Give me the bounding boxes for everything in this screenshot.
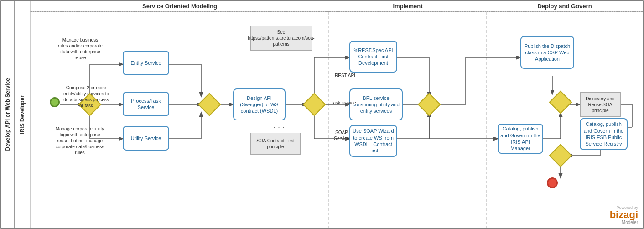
design-api-box: Design API (Swagger) or WS contract (WSD… xyxy=(233,88,286,120)
soap-wizard-box: Use SOAP Wizard to create WS from WSDL -… xyxy=(349,125,397,157)
rest-spec-box: %REST.Spec API Contract First Developmen… xyxy=(349,41,397,73)
start-event xyxy=(50,97,60,107)
gateway-3 xyxy=(306,96,322,113)
entity-service-box: Entity Service xyxy=(123,51,169,75)
catalog-esb-box: Catalog, publish and Govern in the IRIS … xyxy=(580,118,628,150)
watermark: Powered by bizagi Modeler xyxy=(610,205,638,225)
label-rest-api: REST API xyxy=(332,73,358,78)
label-soap-service: SOAP Service xyxy=(328,130,355,141)
discovery-reuse-box: Discovery and Reuse SOA principle xyxy=(580,92,621,117)
arrows-svg xyxy=(0,0,644,229)
bpl-service-box: BPL service consuming utility and entity… xyxy=(349,88,403,120)
diagram-container: Develop API or Web Service IRIS Develope… xyxy=(0,0,644,229)
svg-rect-0 xyxy=(1,1,643,228)
catalog-iris-api-box: Catalog, publish and Govern in the IRIS … xyxy=(498,124,543,154)
label-manage-utility: Manage corporate utility logic with ente… xyxy=(53,126,107,156)
gateway-4 xyxy=(421,96,437,113)
lane-iris-developer: IRIS Developer xyxy=(15,1,30,228)
label-compose: Compose 2 or more entity/utility service… xyxy=(61,85,111,109)
end-event xyxy=(547,177,558,188)
gateway-2 xyxy=(201,96,218,113)
process-task-service-box: Process/Task Service xyxy=(123,92,169,116)
label-task-service: Task service xyxy=(330,100,357,106)
ellipsis: · · · xyxy=(273,123,285,132)
gateway-6 xyxy=(552,147,569,164)
phase-header-modeling: Service Oriented Modeling xyxy=(31,1,329,12)
lane-develop-api: Develop API or Web Service xyxy=(1,1,15,228)
phase-header-deploy: Deploy and Govern xyxy=(487,1,643,12)
label-manage-business: Manage business rules and/or corporate d… xyxy=(57,37,103,61)
phase-header-implement: Implement xyxy=(329,1,486,12)
utility-service-box: Utility Service xyxy=(123,126,169,151)
see-patterns-box: See https://patterns.arcitura.com/soa-pa… xyxy=(250,26,312,51)
publish-dispatch-box: Publish the Dispatch class in a CSP Web … xyxy=(520,36,574,69)
gateway-5 xyxy=(552,94,569,110)
soa-contract-box: SOA Contract First principle xyxy=(250,133,301,155)
